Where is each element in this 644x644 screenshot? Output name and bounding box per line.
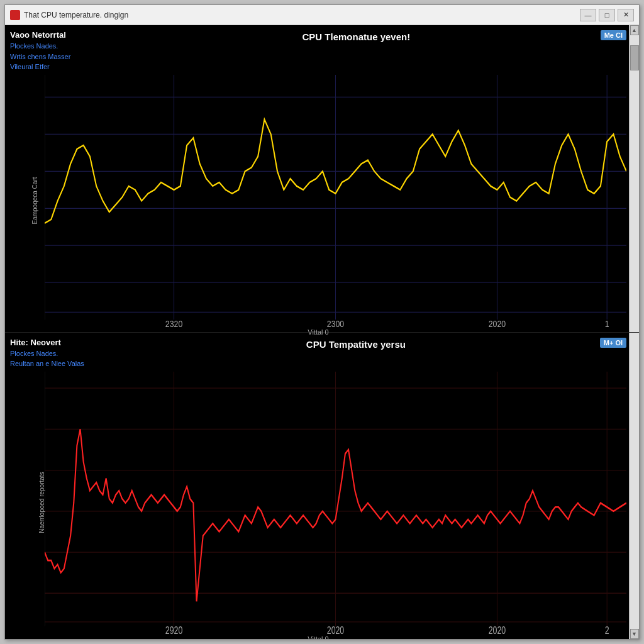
top-chart-title: CPU Tlemonatue yeven! xyxy=(117,30,596,42)
content-area: ▲ ▼ Vaoo Netorrtal Plockes Nades. Wrtis … xyxy=(5,25,639,639)
top-chart-panel: Vaoo Netorrtal Plockes Nades. Wrtis chen… xyxy=(5,25,639,333)
top-y-axis-label: Eampoqeca Cart xyxy=(31,177,38,224)
svg-text:2920: 2920 xyxy=(165,625,183,634)
bottom-metric-badge: M+ OI xyxy=(600,338,626,348)
maximize-button[interactable]: □ xyxy=(599,9,615,21)
top-subtitle-1: Plockes Nades. xyxy=(10,41,117,52)
svg-text:2: 2 xyxy=(605,625,609,634)
window-title: That CPU temperature. dingign xyxy=(24,11,580,19)
bottom-chart-header: Hite: Neovert Plockes Nades. Reultan an … xyxy=(10,338,626,369)
close-button[interactable]: ✕ xyxy=(618,9,634,21)
bottom-chart-left-info: Hite: Neovert Plockes Nades. Reultan an … xyxy=(10,338,117,369)
titlebar-buttons: — □ ✕ xyxy=(580,9,634,21)
bottom-panel-title: Hite: Neovert xyxy=(10,338,117,347)
svg-text:2020: 2020 xyxy=(489,625,506,634)
bottom-panel-subtitle: Plockes Nades. Reultan an e Nlee Valas xyxy=(10,348,117,369)
titlebar: That CPU temperature. dingign — □ ✕ xyxy=(5,5,639,25)
bottom-y-axis-label: Naerrlopoed reportats xyxy=(38,472,45,533)
top-chart-svg: 180 100 16 25 45 -25 -85 2320 2300 2020 … xyxy=(45,75,626,327)
svg-text:2320: 2320 xyxy=(165,319,182,327)
top-subtitle-2: Wrtis chens Masser xyxy=(10,52,117,62)
bottom-chart-svg: 100 50 06 25 60 25 -204 2920 2020 2020 2 xyxy=(45,372,626,635)
top-chart-left-info: Vaoo Netorrtal Plockes Nades. Wrtis chen… xyxy=(10,30,117,72)
svg-text:1: 1 xyxy=(605,319,609,327)
bottom-x-axis-label: Vittal 0 xyxy=(10,635,626,639)
svg-text:2300: 2300 xyxy=(327,319,344,327)
bottom-subtitle-2: Reultan an e Nlee Valas xyxy=(10,358,117,369)
bottom-chart-title: CPU Tempatitve yersu xyxy=(117,338,595,350)
top-panel-title: Vaoo Netorrtal xyxy=(10,30,117,40)
svg-text:2020: 2020 xyxy=(327,625,345,634)
app-icon xyxy=(10,10,20,20)
top-metric-badge: Me CI xyxy=(601,30,626,40)
minimize-button[interactable]: — xyxy=(580,9,596,21)
bottom-chart-panel: Hite: Neovert Plockes Nades. Reultan an … xyxy=(5,333,639,640)
bottom-chart-area: Naerrlopoed reportats xyxy=(10,372,626,635)
top-chart-area: Eampoqeca Cart xyxy=(10,75,626,327)
svg-text:2020: 2020 xyxy=(489,319,506,327)
top-chart-header: Vaoo Netorrtal Plockes Nades. Wrtis chen… xyxy=(10,30,626,72)
top-subtitle-3: Vileural Etfer xyxy=(10,62,117,72)
top-panel-subtitle: Plockes Nades. Wrtis chens Masser Vileur… xyxy=(10,41,117,72)
main-window: That CPU temperature. dingign — □ ✕ ▲ ▼ … xyxy=(4,4,640,640)
bottom-subtitle-1: Plockes Nades. xyxy=(10,348,117,359)
